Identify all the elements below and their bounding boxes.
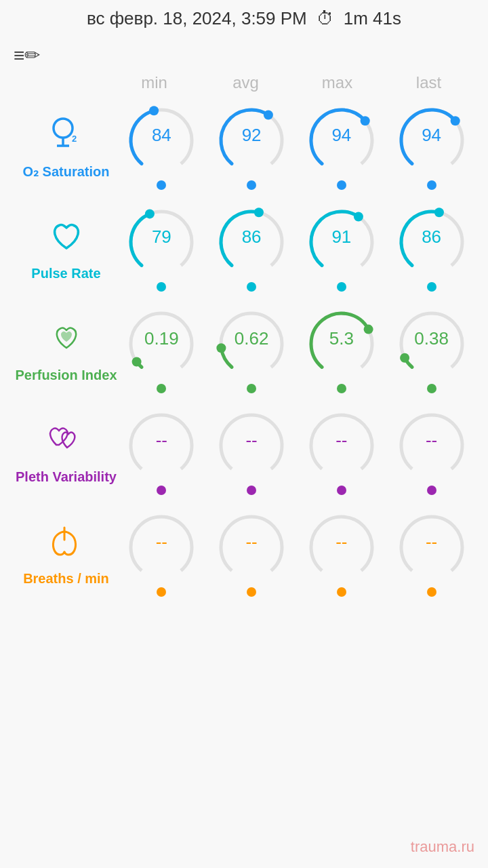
svg-point-9 <box>254 208 264 217</box>
breaths-dot-2 <box>337 587 346 597</box>
breaths-gauge-1: -- <box>214 510 289 597</box>
perfusion-value-3: 0.38 <box>414 328 449 349</box>
status-datetime: вс февр. 18, 2024, 3:59 PM <box>87 8 307 29</box>
pleth-icon <box>43 419 90 465</box>
svg-point-5 <box>264 111 273 120</box>
pulse-value-0: 79 <box>152 226 171 248</box>
watermark: trauma.ru <box>411 838 474 856</box>
svg-point-7 <box>450 116 460 125</box>
svg-point-12 <box>132 357 142 367</box>
pleth-label: Pleth Variability <box>16 469 117 485</box>
metric-row-pleth: Pleth Variability -- -- -- <box>0 403 488 500</box>
col-last: last <box>383 73 474 92</box>
perfusion-dot-3 <box>427 384 436 393</box>
breaths-dot-1 <box>247 587 256 597</box>
breaths-dot-0 <box>157 587 166 597</box>
svg-text:2: 2 <box>72 134 77 144</box>
breaths-gauge-0: -- <box>124 510 199 597</box>
metric-label-pulse: Pulse Rate <box>14 216 119 281</box>
pulse-label: Pulse Rate <box>31 266 100 281</box>
metric-row-breaths: Breaths / min -- -- -- <box>0 505 488 602</box>
pulse-gauge-1: 86 <box>214 205 289 292</box>
metric-row-o2: 2 O₂ Saturation 84 92 94 <box>0 98 488 195</box>
perfusion-icon <box>46 317 87 363</box>
metric-label-o2: 2 O₂ Saturation <box>14 113 119 180</box>
svg-point-15 <box>400 353 409 363</box>
perfusion-gauge-0: 0.19 <box>124 307 199 393</box>
pleth-gauge-0: -- <box>124 408 199 495</box>
pleth-gauge-1: -- <box>214 408 289 495</box>
breaths-gauge-3: -- <box>394 510 469 597</box>
pleth-gauges: -- -- -- -- <box>119 408 474 495</box>
pleth-dot-0 <box>157 486 166 495</box>
pleth-dot-2 <box>337 486 346 495</box>
perfusion-value-1: 0.62 <box>235 328 269 349</box>
metric-row-pulse: Pulse Rate 79 86 91 <box>0 199 488 297</box>
o2-value-2: 94 <box>331 125 351 146</box>
col-max: max <box>291 73 383 92</box>
perfusion-value-2: 5.3 <box>329 328 354 349</box>
svg-point-8 <box>145 209 155 218</box>
metric-row-perfusion: Perfusion Index 0.19 0.62 5.3 <box>0 301 488 399</box>
o2-gauge-0: 84 <box>124 103 199 190</box>
svg-point-11 <box>434 208 444 217</box>
o2-dot-1 <box>247 180 256 190</box>
o2-gauges: 84 92 94 94 <box>119 103 474 190</box>
breaths-dot-3 <box>427 587 436 597</box>
metric-label-pleth: Pleth Variability <box>14 419 119 485</box>
status-elapsed: 1m 41s <box>344 8 401 29</box>
perfusion-value-0: 0.19 <box>144 328 179 349</box>
pulse-gauge-3: 86 <box>394 205 469 292</box>
perfusion-gauge-2: 5.3 <box>304 307 379 393</box>
svg-point-0 <box>54 119 73 138</box>
perfusion-dot-2 <box>337 384 346 393</box>
pulse-value-1: 86 <box>242 226 262 248</box>
o2-gauge-2: 94 <box>304 103 379 190</box>
perfusion-dot-1 <box>247 384 256 393</box>
pleth-gauge-2: -- <box>304 408 379 495</box>
col-avg: avg <box>200 73 291 92</box>
o2-gauge-3: 94 <box>394 103 469 190</box>
o2-icon: 2 <box>46 113 87 159</box>
pleth-value-0: -- <box>156 430 167 451</box>
pleth-gauge-3: -- <box>394 408 469 495</box>
breaths-value-1: -- <box>245 532 257 553</box>
svg-point-14 <box>363 325 373 334</box>
breaths-gauge-2: -- <box>304 510 379 597</box>
toolbar: ≡✏ <box>0 37 488 73</box>
pulse-gauge-2: 91 <box>304 205 379 292</box>
pleth-value-3: -- <box>426 430 437 451</box>
perfusion-gauges: 0.19 0.62 5.3 0.38 <box>119 307 474 393</box>
pulse-dot-3 <box>427 282 436 292</box>
pulse-value-3: 86 <box>422 226 441 248</box>
pleth-value-1: -- <box>245 430 257 451</box>
time-icon: ⏱ <box>317 8 334 29</box>
col-min: min <box>108 73 200 92</box>
perfusion-gauge-3: 0.38 <box>394 307 469 393</box>
perfusion-gauge-1: 0.62 <box>214 307 289 393</box>
pleth-dot-3 <box>427 486 436 495</box>
o2-value-3: 94 <box>422 125 441 146</box>
pulse-gauge-0: 79 <box>124 205 199 292</box>
pleth-dot-1 <box>247 486 256 495</box>
svg-point-10 <box>354 212 363 222</box>
edit-icon[interactable]: ≡✏ <box>14 45 40 66</box>
pulse-gauges: 79 86 91 86 <box>119 205 474 292</box>
pulse-dot-0 <box>157 282 166 292</box>
pulse-value-2: 91 <box>331 226 351 248</box>
o2-dot-2 <box>337 180 346 190</box>
pulse-icon <box>46 216 87 262</box>
breaths-gauges: -- -- -- -- <box>119 510 474 597</box>
breaths-label: Breaths / min <box>23 571 109 587</box>
perfusion-label: Perfusion Index <box>15 368 117 383</box>
breaths-icon <box>43 521 90 567</box>
breaths-value-2: -- <box>336 532 347 553</box>
pulse-dot-2 <box>337 282 346 292</box>
metric-label-perfusion: Perfusion Index <box>14 317 119 383</box>
svg-point-13 <box>217 343 226 353</box>
breaths-value-3: -- <box>426 532 437 553</box>
o2-label: O₂ Saturation <box>22 163 109 180</box>
svg-point-6 <box>361 116 370 125</box>
svg-point-4 <box>149 106 159 115</box>
o2-value-1: 92 <box>242 125 262 146</box>
